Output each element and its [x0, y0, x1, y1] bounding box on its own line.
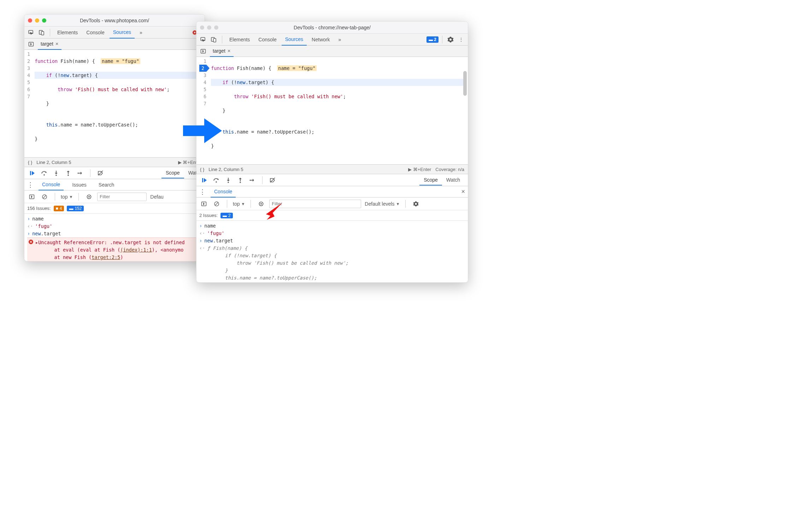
- drawer-tabs: ⋮ Console Issues Search: [24, 179, 205, 190]
- scope-tab[interactable]: Scope: [161, 168, 184, 178]
- tab-sources[interactable]: Sources: [282, 34, 307, 46]
- inspect-icon[interactable]: [27, 28, 36, 37]
- gear-icon[interactable]: [446, 35, 455, 44]
- file-tab[interactable]: target ×: [210, 46, 234, 57]
- issues-label: 156 Issues:: [27, 206, 51, 211]
- tab-console[interactable]: Console: [255, 34, 280, 46]
- close-traffic-icon[interactable]: [28, 18, 32, 23]
- minimize-traffic-icon[interactable]: [207, 25, 211, 30]
- stack-link[interactable]: target:2:5: [92, 254, 120, 260]
- svg-point-6: [55, 175, 57, 176]
- live-expression-icon[interactable]: [84, 192, 94, 201]
- transition-arrow-icon: [181, 117, 224, 145]
- svg-point-18: [216, 181, 217, 183]
- titlebar: DevTools - chrome://new-tab-page/: [196, 22, 468, 34]
- close-icon[interactable]: ×: [55, 41, 59, 47]
- pretty-print-icon[interactable]: { }: [28, 160, 32, 165]
- more-icon[interactable]: ⋮: [27, 181, 34, 189]
- console-output[interactable]: ›name ‹·'fugu' ›new.target ▸Uncaught Ref…: [24, 214, 205, 261]
- stack-link[interactable]: (index):1:1: [120, 247, 152, 253]
- navigator-toggle-icon[interactable]: [199, 47, 208, 56]
- info-pill: ▬ 2: [220, 213, 233, 218]
- svg-rect-16: [213, 39, 216, 42]
- message-badge[interactable]: ▬ 2: [426, 36, 439, 43]
- cursor-position: Line 2, Column 5: [36, 160, 71, 165]
- editor-statusbar: { } Line 2, Column 5 ▶ ⌘+Enter Coverage:…: [196, 164, 468, 174]
- context-selector[interactable]: top ▼: [233, 201, 245, 207]
- debugger-toolbar: Scope Watch: [196, 174, 468, 186]
- drawer-tab-search[interactable]: Search: [95, 179, 118, 190]
- gutter: 1 2 3 4 5 6 7: [196, 57, 210, 164]
- coverage-label: Coverage: n/a: [435, 167, 464, 172]
- resume-icon[interactable]: [28, 169, 36, 177]
- scope-tab[interactable]: Scope: [419, 175, 442, 186]
- drawer-tab-console[interactable]: Console: [39, 179, 64, 190]
- file-tab-label: target: [41, 41, 53, 47]
- tab-sources[interactable]: Sources: [110, 27, 135, 39]
- zoom-traffic-icon[interactable]: [42, 18, 46, 23]
- step-icon[interactable]: [248, 176, 257, 184]
- cursor-position: Line 2, Column 5: [208, 167, 243, 172]
- info-pill: ▬ 152: [67, 206, 84, 211]
- console-error[interactable]: ▸Uncaught ReferenceError: .new.target is…: [27, 237, 202, 261]
- tab-elements[interactable]: Elements: [54, 27, 81, 39]
- gear-icon[interactable]: [411, 199, 420, 208]
- deactivate-breakpoints-icon[interactable]: [268, 176, 277, 184]
- clear-console-icon[interactable]: [212, 199, 221, 208]
- resume-icon[interactable]: [200, 176, 208, 184]
- drawer-tab-console[interactable]: Console: [211, 186, 236, 198]
- scrollbar[interactable]: [463, 71, 467, 275]
- warning-pill: ■ 4: [54, 206, 64, 211]
- levels-selector[interactable]: Defau: [150, 194, 163, 200]
- svg-point-7: [67, 175, 69, 176]
- tab-console[interactable]: Console: [83, 27, 108, 39]
- step-out-icon[interactable]: [64, 169, 72, 177]
- issues-summary[interactable]: 2 Issues: ▬ 2: [196, 210, 468, 221]
- clear-console-icon[interactable]: [40, 192, 49, 201]
- tab-network[interactable]: Network: [308, 34, 333, 46]
- console-sidebar-toggle-icon[interactable]: [27, 192, 36, 201]
- console-sidebar-toggle-icon[interactable]: [199, 199, 208, 208]
- pretty-print-icon[interactable]: { }: [200, 167, 204, 172]
- context-selector[interactable]: top ▼: [61, 194, 73, 200]
- run-hint: ▶ ⌘+Enter: [408, 167, 431, 172]
- step-over-icon[interactable]: [212, 176, 220, 184]
- window-title: DevTools - www.photopea.com/: [24, 18, 205, 23]
- device-toggle-icon[interactable]: [209, 35, 218, 44]
- zoom-traffic-icon[interactable]: [214, 25, 218, 30]
- code-editor[interactable]: 1 2 3 4 5 6 7 function Fish(name) { name…: [24, 50, 205, 157]
- step-into-icon[interactable]: [224, 176, 233, 184]
- tabs-overflow-icon[interactable]: »: [335, 34, 345, 46]
- more-icon[interactable]: ⋮: [199, 188, 206, 196]
- issues-summary[interactable]: 156 Issues: ■ 4 ▬ 152: [24, 203, 205, 214]
- step-into-icon[interactable]: [52, 169, 60, 177]
- step-over-icon[interactable]: [40, 169, 48, 177]
- watch-tab[interactable]: Watch: [442, 175, 464, 186]
- more-icon[interactable]: ⋮: [457, 35, 466, 44]
- console-filterbar: top ▼ Default levels ▼: [196, 198, 468, 210]
- console-output[interactable]: ›name ‹·'fugu' ›new.target ‹·ƒ Fish(name…: [196, 221, 468, 283]
- close-traffic-icon[interactable]: [200, 25, 204, 30]
- deactivate-breakpoints-icon[interactable]: [96, 169, 105, 177]
- step-out-icon[interactable]: [236, 176, 245, 184]
- tabs-overflow-icon[interactable]: »: [136, 27, 146, 39]
- tab-elements[interactable]: Elements: [226, 34, 253, 46]
- code-body[interactable]: function Fish(name) { name = "fugu" if (…: [210, 57, 468, 164]
- devtools-window-before: DevTools - www.photopea.com/ Elements Co…: [24, 14, 205, 261]
- code-editor[interactable]: 1 2 3 4 5 6 7 function Fish(name) { name…: [196, 57, 468, 164]
- sources-subtoolbar: target ×: [196, 46, 468, 57]
- code-body[interactable]: function Fish(name) { name = "fugu" if (…: [33, 50, 205, 157]
- close-icon[interactable]: ×: [228, 48, 231, 54]
- devtools-window-after: DevTools - chrome://new-tab-page/ Elemen…: [196, 21, 468, 283]
- minimize-traffic-icon[interactable]: [35, 18, 39, 23]
- file-tab[interactable]: target ×: [38, 39, 61, 50]
- levels-selector[interactable]: Default levels ▼: [365, 201, 400, 207]
- drawer-tabs: ⋮ Console ×: [196, 186, 468, 198]
- filter-input[interactable]: [97, 193, 147, 201]
- step-icon[interactable]: [76, 169, 84, 177]
- device-toggle-icon[interactable]: [37, 28, 46, 37]
- navigator-toggle-icon[interactable]: [27, 40, 36, 49]
- drawer-tab-issues[interactable]: Issues: [69, 179, 90, 190]
- execution-pointer-icon: 2: [199, 65, 206, 72]
- inspect-icon[interactable]: [199, 35, 208, 44]
